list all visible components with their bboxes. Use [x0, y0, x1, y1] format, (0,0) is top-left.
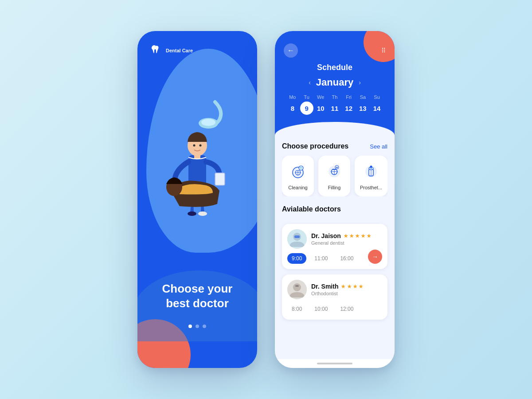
svg-point-25 — [293, 283, 301, 291]
day-wednesday[interactable]: We 10 — [314, 94, 327, 115]
illustration-area — [137, 58, 257, 253]
svg-point-2 — [188, 211, 196, 216]
headline-area: Choose your best doctor — [137, 282, 257, 310]
smith-time-slots: 8:00 10:00 12:00 — [287, 304, 382, 314]
prev-month-button[interactable]: ‹ — [309, 79, 311, 86]
prosthetics-label: Prosthet... — [360, 185, 382, 190]
smith-slot-1[interactable]: 8:00 — [287, 304, 306, 314]
doctor-card-jaison[interactable]: Dr. Jaison ★ ★ ★ ★ ★ General dentist 9:0… — [282, 224, 387, 269]
schedule-header: ← ⠿ Schedule ‹ January › Mo 8 Tu 9 W — [275, 31, 395, 122]
brand-text: Dental Care — [166, 47, 193, 54]
svg-point-7 — [193, 145, 196, 147]
procedure-prosthetics[interactable]: Prosthet... — [355, 156, 387, 196]
svg-rect-5 — [215, 173, 225, 185]
procedures-section-header: Choose procedures See all — [282, 142, 387, 150]
page-dots — [137, 325, 257, 328]
schedule-title: Schedule — [284, 63, 386, 72]
see-all-button[interactable]: See all — [370, 143, 387, 150]
filling-icon — [325, 162, 344, 181]
day-tuesday[interactable]: Tu 9 — [300, 94, 313, 115]
prosthetics-icon — [361, 162, 381, 181]
cleaning-icon — [288, 162, 308, 181]
doctor-jaison-stars: ★ ★ ★ ★ ★ — [344, 233, 371, 239]
next-month-button[interactable]: › — [359, 79, 361, 86]
jaison-slot-1[interactable]: 9:00 — [287, 253, 306, 264]
header-navigation: ← ⠿ — [284, 43, 386, 58]
app-header: Dental Care — [148, 43, 193, 58]
doctor-smith-details: Dr. Smith ★ ★ ★ ★ Orthodontist — [311, 283, 363, 296]
dot-2[interactable] — [196, 325, 199, 328]
phone-2: ← ⠿ Schedule ‹ January › Mo 8 Tu 9 W — [275, 31, 395, 368]
day-monday[interactable]: Mo 8 — [286, 94, 299, 115]
doctors-title: Avialable doctors — [282, 205, 341, 213]
home-bar — [317, 363, 352, 364]
svg-rect-23 — [294, 235, 300, 238]
day-friday[interactable]: Fri 12 — [342, 94, 356, 115]
jaison-slot-2[interactable]: 11:00 — [310, 253, 332, 264]
doctor-smith-stars: ★ ★ ★ ★ — [341, 284, 363, 289]
svg-point-3 — [198, 211, 207, 216]
doctor-jaison-specialty: General dentist — [311, 240, 371, 246]
filling-label: Filling — [328, 185, 341, 190]
menu-button[interactable]: ⠿ — [381, 47, 386, 54]
wave-separator — [275, 122, 395, 135]
svg-rect-26 — [295, 285, 299, 287]
doctor-jaison-avatar — [287, 229, 307, 249]
procedure-filling[interactable]: Filling — [318, 156, 350, 196]
jaison-arrow-button[interactable]: → — [368, 250, 382, 264]
day-thursday[interactable]: Th 11 — [328, 94, 341, 115]
doctor-smith-name: Dr. Smith ★ ★ ★ ★ — [311, 283, 363, 290]
svg-point-8 — [200, 145, 202, 147]
doctor-illustration — [144, 75, 250, 235]
smith-slot-2[interactable]: 10:00 — [310, 304, 332, 314]
dot-1[interactable] — [188, 325, 192, 328]
doctor-jaison-details: Dr. Jaison ★ ★ ★ ★ ★ General dentist — [311, 232, 371, 246]
procedures-list: Cleaning — [282, 156, 387, 196]
calendar-week: Mo 8 Tu 9 We 10 Th 11 Fri 12 — [284, 94, 386, 115]
dot-3[interactable] — [203, 325, 206, 328]
home-indicator — [275, 359, 395, 368]
svg-point-1 — [201, 119, 215, 126]
svg-point-20 — [370, 166, 372, 168]
procedures-title: Choose procedures — [282, 142, 348, 150]
doctor-jaison-info: Dr. Jaison ★ ★ ★ ★ ★ General dentist — [287, 229, 382, 249]
svg-rect-9 — [194, 154, 200, 159]
day-saturday[interactable]: Sa 13 — [356, 94, 369, 115]
jaison-slot-3[interactable]: 16:00 — [336, 253, 358, 264]
month-navigation: ‹ January › — [284, 77, 386, 88]
doctor-smith-avatar — [287, 280, 307, 299]
doctor-jaison-name: Dr. Jaison ★ ★ ★ ★ ★ — [311, 232, 371, 239]
day-sunday[interactable]: Su 14 — [370, 94, 383, 115]
cleaning-label: Cleaning — [288, 185, 307, 190]
phone-1: Dental Care — [137, 31, 257, 368]
doctors-section-header: Avialable doctors — [282, 205, 387, 219]
month-label: January — [316, 77, 353, 88]
tooth-logo-icon — [148, 43, 162, 58]
procedure-cleaning[interactable]: Cleaning — [282, 156, 314, 196]
smith-slot-3[interactable]: 12:00 — [336, 304, 358, 314]
doctor-smith-info: Dr. Smith ★ ★ ★ ★ Orthodontist — [287, 280, 382, 299]
back-button[interactable]: ← — [284, 43, 298, 58]
doctor-smith-specialty: Orthodontist — [311, 291, 363, 296]
main-content: Choose procedures See all — [275, 135, 395, 359]
headline: Choose your best doctor — [137, 282, 257, 310]
doctors-section: Avialable doctors — [282, 205, 387, 320]
doctor-card-smith[interactable]: Dr. Smith ★ ★ ★ ★ Orthodontist 8:00 10:0… — [282, 274, 387, 320]
